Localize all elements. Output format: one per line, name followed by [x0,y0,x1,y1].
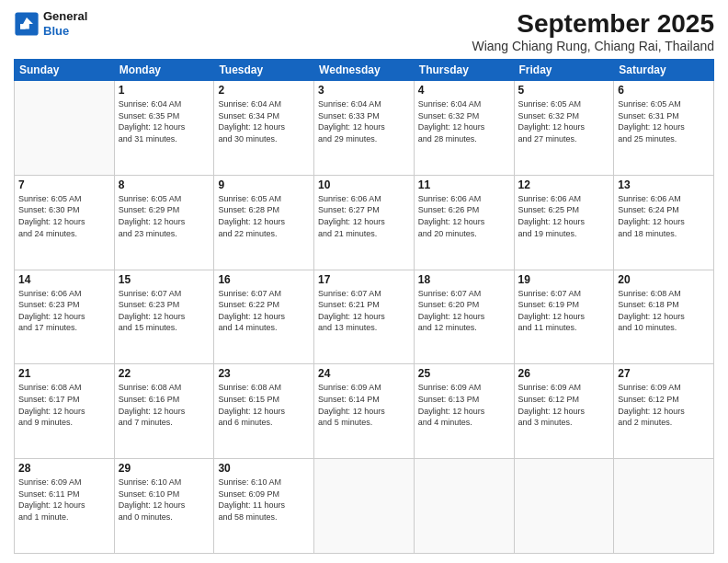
day-number: 16 [218,273,310,286]
calendar-header-saturday: Saturday [614,60,714,81]
day-number: 24 [318,367,410,380]
day-info: Sunrise: 6:04 AM Sunset: 6:32 PM Dayligh… [418,98,510,144]
day-info: Sunrise: 6:08 AM Sunset: 6:18 PM Dayligh… [618,288,710,334]
calendar-cell: 25Sunrise: 6:09 AM Sunset: 6:13 PM Dayli… [414,364,514,459]
calendar-cell: 22Sunrise: 6:08 AM Sunset: 6:16 PM Dayli… [114,364,214,459]
calendar-cell: 19Sunrise: 6:07 AM Sunset: 6:19 PM Dayli… [514,270,614,364]
day-info: Sunrise: 6:05 AM Sunset: 6:32 PM Dayligh… [518,98,610,144]
calendar-cell [414,459,514,554]
calendar-cell: 3Sunrise: 6:04 AM Sunset: 6:33 PM Daylig… [314,81,415,176]
day-info: Sunrise: 6:05 AM Sunset: 6:29 PM Dayligh… [119,193,210,239]
calendar-cell: 2Sunrise: 6:04 AM Sunset: 6:34 PM Daylig… [214,81,314,176]
calendar-header-friday: Friday [514,60,614,81]
day-number: 19 [518,273,610,286]
day-number: 5 [518,84,610,97]
calendar-week-row: 7Sunrise: 6:05 AM Sunset: 6:30 PM Daylig… [15,175,714,270]
day-number: 9 [218,178,310,191]
day-info: Sunrise: 6:09 AM Sunset: 6:12 PM Dayligh… [518,382,610,428]
day-info: Sunrise: 6:07 AM Sunset: 6:21 PM Dayligh… [318,288,410,334]
day-info: Sunrise: 6:04 AM Sunset: 6:33 PM Dayligh… [318,98,410,144]
day-info: Sunrise: 6:07 AM Sunset: 6:22 PM Dayligh… [218,288,310,334]
day-number: 13 [618,178,710,191]
day-info: Sunrise: 6:07 AM Sunset: 6:19 PM Dayligh… [518,288,610,334]
calendar-week-row: 14Sunrise: 6:06 AM Sunset: 6:23 PM Dayli… [15,270,714,364]
day-info: Sunrise: 6:06 AM Sunset: 6:24 PM Dayligh… [618,193,710,239]
calendar-week-row: 28Sunrise: 6:09 AM Sunset: 6:11 PM Dayli… [15,459,714,554]
day-number: 14 [18,273,110,286]
day-info: Sunrise: 6:09 AM Sunset: 6:11 PM Dayligh… [18,477,110,523]
header: General Blue September 2025 Wiang Chiang… [14,9,714,53]
month-title: September 2025 [472,9,714,39]
calendar-cell: 7Sunrise: 6:05 AM Sunset: 6:30 PM Daylig… [15,175,115,270]
calendar-cell: 18Sunrise: 6:07 AM Sunset: 6:20 PM Dayli… [414,270,514,364]
calendar-cell [514,459,614,554]
day-number: 21 [18,367,110,380]
day-info: Sunrise: 6:04 AM Sunset: 6:34 PM Dayligh… [218,98,310,144]
location: Wiang Chiang Rung, Chiang Rai, Thailand [472,39,714,53]
calendar-header-monday: Monday [114,60,214,81]
day-info: Sunrise: 6:07 AM Sunset: 6:20 PM Dayligh… [418,288,510,334]
title-section: September 2025 Wiang Chiang Rung, Chiang… [472,9,714,53]
day-number: 3 [318,84,410,97]
day-number: 4 [418,84,510,97]
calendar-cell: 23Sunrise: 6:08 AM Sunset: 6:15 PM Dayli… [214,364,314,459]
calendar-cell: 12Sunrise: 6:06 AM Sunset: 6:25 PM Dayli… [514,175,614,270]
day-number: 18 [418,273,510,286]
logo-icon [14,11,40,37]
calendar-cell: 14Sunrise: 6:06 AM Sunset: 6:23 PM Dayli… [15,270,115,364]
day-number: 7 [18,178,110,191]
calendar-week-row: 21Sunrise: 6:08 AM Sunset: 6:17 PM Dayli… [15,364,714,459]
calendar-cell: 28Sunrise: 6:09 AM Sunset: 6:11 PM Dayli… [15,459,115,554]
calendar-cell: 20Sunrise: 6:08 AM Sunset: 6:18 PM Dayli… [614,270,714,364]
logo-text: General Blue [43,9,87,38]
calendar-cell: 1Sunrise: 6:04 AM Sunset: 6:35 PM Daylig… [114,81,214,176]
calendar-cell: 21Sunrise: 6:08 AM Sunset: 6:17 PM Dayli… [15,364,115,459]
day-info: Sunrise: 6:05 AM Sunset: 6:30 PM Dayligh… [18,193,110,239]
day-info: Sunrise: 6:10 AM Sunset: 6:10 PM Dayligh… [119,477,210,523]
calendar-header-thursday: Thursday [414,60,514,81]
calendar-cell [614,459,714,554]
day-info: Sunrise: 6:09 AM Sunset: 6:13 PM Dayligh… [418,382,510,428]
day-number: 27 [618,367,710,380]
day-info: Sunrise: 6:04 AM Sunset: 6:35 PM Dayligh… [119,98,210,144]
calendar-week-row: 1Sunrise: 6:04 AM Sunset: 6:35 PM Daylig… [15,81,714,176]
calendar-cell [15,81,115,176]
day-info: Sunrise: 6:06 AM Sunset: 6:26 PM Dayligh… [418,193,510,239]
day-info: Sunrise: 6:05 AM Sunset: 6:28 PM Dayligh… [218,193,310,239]
day-number: 23 [218,367,310,380]
calendar-header-tuesday: Tuesday [214,60,314,81]
calendar-cell: 16Sunrise: 6:07 AM Sunset: 6:22 PM Dayli… [214,270,314,364]
day-info: Sunrise: 6:06 AM Sunset: 6:25 PM Dayligh… [518,193,610,239]
calendar-cell: 8Sunrise: 6:05 AM Sunset: 6:29 PM Daylig… [114,175,214,270]
day-info: Sunrise: 6:08 AM Sunset: 6:15 PM Dayligh… [218,382,310,428]
day-info: Sunrise: 6:08 AM Sunset: 6:16 PM Dayligh… [119,382,210,428]
day-number: 28 [18,462,110,475]
calendar-cell: 6Sunrise: 6:05 AM Sunset: 6:31 PM Daylig… [614,81,714,176]
calendar-cell [314,459,415,554]
calendar-cell: 15Sunrise: 6:07 AM Sunset: 6:23 PM Dayli… [114,270,214,364]
calendar-cell: 27Sunrise: 6:09 AM Sunset: 6:12 PM Dayli… [614,364,714,459]
day-info: Sunrise: 6:06 AM Sunset: 6:27 PM Dayligh… [318,193,410,239]
day-info: Sunrise: 6:10 AM Sunset: 6:09 PM Dayligh… [218,477,310,523]
day-number: 11 [418,178,510,191]
calendar-cell: 10Sunrise: 6:06 AM Sunset: 6:27 PM Dayli… [314,175,415,270]
day-number: 25 [418,367,510,380]
logo: General Blue [14,9,87,38]
day-number: 26 [518,367,610,380]
day-info: Sunrise: 6:07 AM Sunset: 6:23 PM Dayligh… [119,288,210,334]
calendar-cell: 17Sunrise: 6:07 AM Sunset: 6:21 PM Dayli… [314,270,415,364]
day-info: Sunrise: 6:09 AM Sunset: 6:12 PM Dayligh… [618,382,710,428]
day-info: Sunrise: 6:08 AM Sunset: 6:17 PM Dayligh… [18,382,110,428]
calendar-cell: 13Sunrise: 6:06 AM Sunset: 6:24 PM Dayli… [614,175,714,270]
day-number: 6 [618,84,710,97]
day-number: 10 [318,178,410,191]
calendar-cell: 30Sunrise: 6:10 AM Sunset: 6:09 PM Dayli… [214,459,314,554]
day-number: 8 [119,178,210,191]
day-number: 29 [119,462,210,475]
day-info: Sunrise: 6:09 AM Sunset: 6:14 PM Dayligh… [318,382,410,428]
calendar-cell: 5Sunrise: 6:05 AM Sunset: 6:32 PM Daylig… [514,81,614,176]
calendar-cell: 9Sunrise: 6:05 AM Sunset: 6:28 PM Daylig… [214,175,314,270]
day-number: 17 [318,273,410,286]
calendar-cell: 29Sunrise: 6:10 AM Sunset: 6:10 PM Dayli… [114,459,214,554]
calendar-cell: 26Sunrise: 6:09 AM Sunset: 6:12 PM Dayli… [514,364,614,459]
